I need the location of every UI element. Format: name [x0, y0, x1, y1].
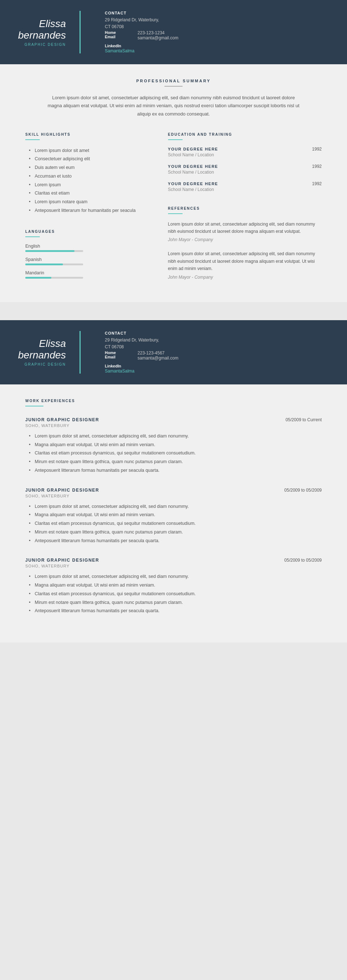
header-first-name: Elissa: [18, 18, 66, 30]
skill-item: Anteposuerit litterarum for humanitatis …: [29, 207, 154, 215]
skill-item: Claritas est etiam: [29, 189, 154, 198]
references-section: REFERENCES Lorem ipsum dolor sit amet, c…: [168, 207, 322, 280]
reference-entry: Lorem ipsum dolor sit amet, consectetuer…: [168, 250, 322, 279]
job-header-row: JUNIOR GRAPHIC DESIGNER 05/2009 to Curre…: [25, 417, 322, 422]
skill-item: Consectetuer adipiscing elit: [29, 155, 154, 164]
job-bullets: Lorem ipsum dolor sit amet, consectetuer…: [25, 573, 322, 616]
edu-row: YOUR DEGREE HERE 1992: [168, 146, 322, 151]
job-bullet: Anteposuerit litterarum formas humanitat…: [29, 607, 322, 616]
languages-title: LANGUAGES: [25, 229, 154, 234]
skill-highlights-section: SKILL HIGHLIGHTS Lorem ipsum dolor sit a…: [25, 132, 154, 215]
job-title: JUNIOR GRAPHIC DESIGNER: [25, 558, 99, 563]
page2-header-divider: [80, 331, 81, 374]
edu-year: 1992: [312, 164, 322, 169]
job-bullets: Lorem ipsum dolor sit amet, consectetuer…: [25, 432, 322, 475]
job-bullets: Lorem ipsum dolor sit amet, consectetuer…: [25, 503, 322, 546]
left-col: SKILL HIGHLIGHTS Lorem ipsum dolor sit a…: [25, 132, 154, 288]
page2-header: Elissa bernandes GRAPHIC DESIGN CONTACT …: [0, 320, 347, 384]
contact-values-col: 223-123-1234 samanta@gmail.com: [138, 30, 179, 40]
page2-header-name-section: Elissa bernandes GRAPHIC DESIGN: [18, 331, 105, 374]
job-dates: 05/2009 to Current: [286, 417, 322, 422]
page2-body: WORK EXPERIENCES JUNIOR GRAPHIC DESIGNER…: [0, 384, 347, 643]
job-bullet: Claritas est etiam processus dynamicus, …: [29, 519, 322, 528]
reference-name: John Mayor - Company: [168, 237, 322, 242]
job-company: SOHO, WATERBURY: [25, 494, 322, 498]
job-entry: JUNIOR GRAPHIC DESIGNER 05/2009 to 05/20…: [25, 488, 322, 546]
job-dates: 05/2009 to 05/2009: [285, 488, 322, 493]
languages-section: LANGUAGES English Spanish Mandarin: [25, 229, 154, 278]
edu-row: YOUR DEGREE HERE 1992: [168, 181, 322, 186]
professional-summary-title: PROFESSIONAL SUMMARY: [25, 79, 322, 83]
header-divider: [80, 11, 81, 53]
edu-school: School Name / Location: [168, 187, 322, 192]
job-bullet: Claritas est etiam processus dynamicus, …: [29, 590, 322, 598]
page2-phone-value: 223-123-4567: [138, 350, 179, 356]
language-bar-fill: [25, 277, 51, 278]
linkedin-label: LinkedIn: [105, 44, 121, 48]
job-dates: 05/2009 to 05/2009: [285, 558, 322, 563]
page2-contact-address-line2: CT 06708: [105, 344, 329, 350]
edu-year: 1992: [312, 181, 322, 186]
right-col: EDUCATION AND TRAINING YOUR DEGREE HERE …: [168, 132, 322, 288]
header-name-section: Elissa bernandes GRAPHIC DESIGN: [18, 11, 105, 53]
reference-text: Lorem ipsum dolor sit amet, consectetuer…: [168, 221, 322, 235]
languages-underline: [25, 236, 40, 237]
job-company: SOHO, WATERBURY: [25, 564, 322, 568]
job-bullet: Lorem ipsum dolor sit amet, consectetuer…: [29, 573, 322, 581]
references-underline: [168, 213, 182, 214]
edu-year: 1992: [312, 146, 322, 151]
education-title: EDUCATION AND TRAINING: [168, 132, 322, 137]
language-name: Spanish: [25, 257, 154, 262]
linkedin-section: LinkedIn SamantaSalma: [105, 43, 329, 53]
skill-item: Lorem ipsum: [29, 181, 154, 189]
skill-list: Lorem ipsum dolor sit ametConsectetuer a…: [25, 146, 154, 215]
references-title: REFERENCES: [168, 207, 322, 210]
job-bullet: Mirum est notare quam littera gothica, q…: [29, 528, 322, 537]
page2-email-value: samanta@gmail.com: [138, 356, 179, 361]
edu-row: YOUR DEGREE HERE 1992: [168, 164, 322, 169]
skill-item: Lorem ipsum notare quam: [29, 198, 154, 207]
language-bar-fill: [25, 264, 63, 265]
page2-header-title: GRAPHIC DESIGN: [18, 363, 66, 366]
contact-address-line1: 29 Ridgeland Dr, Waterbury,: [105, 17, 329, 24]
language-entry: Spanish: [25, 257, 154, 265]
header-name-text: Elissa bernandes GRAPHIC DESIGN: [18, 18, 72, 46]
skill-item: Accumsan et iusto: [29, 172, 154, 181]
job-bullet: Magna aliquam erat volutpat. Ut wisi eni…: [29, 581, 322, 590]
email-label: Email: [105, 35, 116, 39]
language-bar-bg: [25, 264, 83, 265]
page2-linkedin-label: LinkedIn: [105, 364, 121, 368]
work-section-underline: [25, 406, 43, 406]
language-entry: English: [25, 243, 154, 252]
job-title: JUNIOR GRAPHIC DESIGNER: [25, 417, 99, 422]
language-bar-bg: [25, 250, 83, 252]
page-spacer: [0, 302, 347, 320]
page2-contact-values-col: 223-123-4567 samanta@gmail.com: [138, 350, 179, 361]
phone-value: 223-123-1234: [138, 30, 179, 35]
job-bullet: Claritas est etiam processus dynamicus, …: [29, 449, 322, 458]
professional-summary-section: PROFESSIONAL SUMMARY Lorem ipsum dolor s…: [25, 79, 322, 118]
edu-degree: YOUR DEGREE HERE: [168, 164, 218, 169]
page2-header-name-text: Elissa bernandes GRAPHIC DESIGN: [18, 338, 72, 366]
page-wrapper: Elissa bernandes GRAPHIC DESIGN CONTACT …: [0, 0, 347, 643]
page2-header-first-name: Elissa: [18, 338, 66, 349]
page2-contact-phone-section: Home Email 223-123-4567 samanta@gmail.co…: [105, 350, 329, 361]
header-last-name: bernandes: [18, 30, 66, 41]
header-title: GRAPHIC DESIGN: [18, 43, 66, 46]
summary-text: Lorem ipsum dolor sit amet, consectetuer…: [47, 94, 300, 118]
education-container: YOUR DEGREE HERE 1992 School Name / Loca…: [168, 146, 322, 192]
page2-contact-label: CONTACT: [105, 331, 329, 335]
language-name: Mandarin: [25, 270, 154, 275]
job-bullet: Anteposuerit litterarum formas humanitat…: [29, 537, 322, 546]
languages-container: English Spanish Mandarin: [25, 243, 154, 278]
references-container: Lorem ipsum dolor sit amet, consectetuer…: [168, 221, 322, 280]
page2-contact-phone-col: Home Email: [105, 350, 116, 361]
email-value: samanta@gmail.com: [138, 35, 179, 40]
job-bullet: Mirum est notare quam littera gothica, q…: [29, 598, 322, 607]
reference-entry: Lorem ipsum dolor sit amet, consectetuer…: [168, 221, 322, 243]
education-section: EDUCATION AND TRAINING YOUR DEGREE HERE …: [168, 132, 322, 192]
edu-degree: YOUR DEGREE HERE: [168, 147, 218, 151]
page2-linkedin-section: LinkedIn SamantaSalma: [105, 363, 329, 374]
page2-header-last-name: bernandes: [18, 349, 66, 361]
job-title: JUNIOR GRAPHIC DESIGNER: [25, 488, 99, 493]
